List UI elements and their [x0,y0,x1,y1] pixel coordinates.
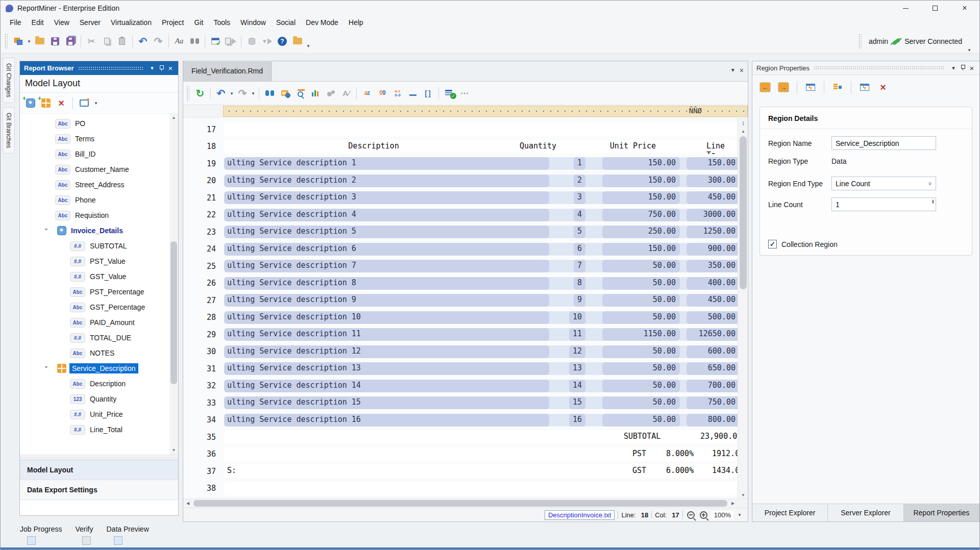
menu-view[interactable]: View [49,17,75,28]
zoom-out-icon[interactable] [687,511,695,519]
grid-row-29[interactable]: 29ulting Service description 11111150.00… [183,326,738,343]
scroll-up-icon[interactable]: ▲ [738,129,748,134]
tree-item-subtotal[interactable]: #.#SUBTOTAL [20,238,178,254]
explorer-tab-project-explorer[interactable]: Project Explorer [752,504,828,521]
chevron-expanded-icon[interactable]: ⌄ [43,362,49,369]
open2-icon[interactable] [290,34,305,48]
tree-item-quantity[interactable]: 123Quantity [20,391,178,407]
tree-scrollbar[interactable]: ▲ ▼ [169,114,178,455]
grid-row-24[interactable]: 24ulting Service description 66150.00900… [183,241,738,258]
find-icon[interactable] [187,34,202,48]
grid-row-34[interactable]: 34ulting Service description 161650.0080… [183,412,738,429]
grid-row-38[interactable]: 38 [183,480,738,497]
document-tab[interactable]: Field_Verification.Rmd [183,61,272,81]
auto-gears-icon[interactable] [324,86,338,101]
nav-left-icon[interactable]: ← [758,80,772,94]
caret-icon[interactable]: ▾ [250,91,256,96]
grid-row-23[interactable]: 23ulting Service description 55250.00125… [183,223,738,241]
save-icon[interactable] [48,34,62,48]
add-field-icon[interactable]: + [24,97,37,109]
overflow-icon[interactable]: ▾ [305,43,311,48]
explorer-tab-server-explorer[interactable]: Server Explorer [828,504,903,521]
tree-item-street_address[interactable]: AbcStreet_Address [20,177,178,192]
grid-row-26[interactable]: 26ulting Service description 8850.00400.… [183,275,738,292]
scroll-up-icon[interactable]: ▲ [169,114,178,122]
more-icon[interactable]: ⋯ [457,86,472,101]
tree-item-notes[interactable]: AbcNOTES [20,345,178,361]
zoom-in-icon[interactable] [700,511,707,519]
close-icon[interactable]: × [967,64,976,72]
line-count-stepper[interactable]: 1 ▴ ▾ [831,197,936,211]
undo-icon[interactable]: ↶ [214,86,228,101]
grid-row-17[interactable]: 17 [183,121,738,138]
scrollbar-thumb[interactable] [740,136,747,289]
menu-dev-mode[interactable]: Dev Mode [301,17,344,28]
bottom-tab-data-preview[interactable]: Data Preview [107,525,149,533]
scroll-down-icon[interactable]: ▼ [169,446,178,455]
grid-row-37[interactable]: 37S:GST6.000%1434.00 [183,463,738,480]
sort-09-icon[interactable]: 09 [375,86,389,101]
region-end-type-select[interactable]: Line Count ∨ [831,177,936,190]
redo-icon[interactable]: ↷ [151,34,165,48]
nav-right-icon[interactable]: → [776,80,791,94]
explorer-tab-report-properties[interactable]: Report Properties [904,504,979,521]
paste-icon[interactable] [115,34,129,48]
close-button[interactable]: × [950,1,979,16]
scrollbar-thumb[interactable] [193,500,727,507]
tree-item-phone[interactable]: AbcPhone [20,192,178,208]
scroll-left-icon[interactable]: ◀ [183,499,192,508]
delete-icon[interactable]: × [55,97,68,109]
save-all-icon[interactable] [63,34,78,48]
report-grid[interactable]: 1718DescriptionQuantityUnit PriceLine To… [183,118,748,498]
pin-icon[interactable] [958,64,967,71]
field-cols-icon[interactable] [830,80,845,94]
help-icon[interactable]: ? [275,34,289,48]
delete-red-icon[interactable]: × [876,80,890,94]
tree-item-line_total[interactable]: #.#Line_Total [20,422,178,437]
grid-row-27[interactable]: 27ulting Service description 9950.00450.… [183,292,738,309]
menu-window[interactable]: Window [235,17,271,28]
region-name-input[interactable] [831,136,936,150]
find-blue-icon[interactable] [262,86,277,101]
menu-file[interactable]: File [5,17,27,28]
export-icon[interactable] [78,97,91,109]
bottom-tab-verify[interactable]: Verify [75,525,93,533]
caret-icon[interactable]: ▾ [26,39,32,44]
tree-item-gst_value[interactable]: #.#GST_Value [20,269,178,284]
copy-icon[interactable] [100,34,114,48]
menu-git[interactable]: Git [189,17,209,28]
split-handle-icon[interactable]: ↕ [738,119,748,127]
window-check-icon[interactable] [208,34,223,48]
view-tab-model-layout[interactable]: Model Layout [20,460,178,480]
scroll-right-icon[interactable]: ▶ [728,499,738,508]
tree-item-po[interactable]: AbcPO [20,116,178,131]
close-icon[interactable]: × [166,64,175,72]
vertical-scrollbar[interactable]: ↕ ▲ ▼ [738,118,748,498]
redo-icon[interactable]: ↷ [235,86,250,101]
grid-row-30[interactable]: 30ulting Service description 121250.0060… [183,343,738,361]
tree-item-description[interactable]: AbcDescription [20,376,178,391]
auto-name-icon[interactable]: A⁄ [339,86,353,101]
new-model-icon[interactable] [11,34,26,48]
grid-row-20[interactable]: 20ulting Service description 22150.00300… [183,172,738,190]
rail-tab-git-branches[interactable]: Git Branches [3,107,15,154]
zoom-level[interactable]: 100% [712,511,733,519]
caret-icon[interactable]: ▾ [229,91,235,96]
source-file-link[interactable]: DescriptionInvoice.txt [545,510,615,520]
underscore-icon[interactable] [406,86,420,101]
pattern-config-icon[interactable] [278,86,292,101]
grid-row-35[interactable]: 35SUBTOTAL23,900.00 [183,429,738,446]
bottom-tab-job-progress[interactable]: Job Progress [20,525,62,533]
tree-item-customer_name[interactable]: AbcCustomer_Name [20,162,178,177]
tree-item-unit_price[interactable]: #.#Unit_Price [20,407,178,422]
tree-item-terms[interactable]: AbcTerms [20,131,178,146]
tab-group-menu-icon[interactable]: ▾ [731,66,734,74]
horizontal-scrollbar[interactable]: ◀ ▶ [183,498,748,508]
grid-row-25[interactable]: 25ulting Service description 7750.00350.… [183,258,738,275]
grid-row-33[interactable]: 33ulting Service description 151550.0075… [183,394,738,412]
toolbar-overflow-icon[interactable]: ▾ [966,47,972,53]
minimize-button[interactable] [891,1,920,16]
grid-row-19[interactable]: 19ulting Service description 11150.00150… [183,155,738,172]
chevron-expanded-icon[interactable]: ⌄ [43,224,49,232]
tree-item-service_description[interactable]: ⌄Service_Description [20,361,178,376]
